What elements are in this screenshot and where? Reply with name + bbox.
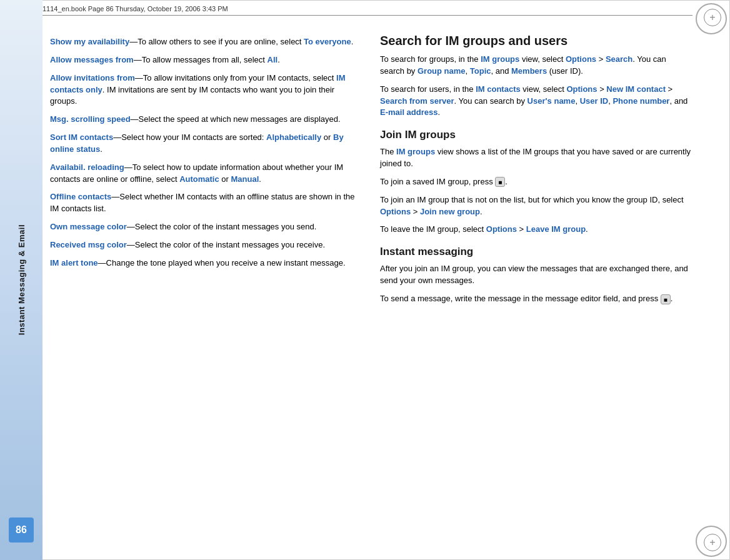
term-to-everyone: To everyone bbox=[304, 37, 351, 46]
term-search-from-server: Search from server bbox=[380, 96, 454, 106]
term-users-name: User's name bbox=[528, 96, 576, 106]
para-sort-im: Sort IM contacts—Select how your IM cont… bbox=[50, 132, 362, 156]
term-options-1: Options bbox=[566, 54, 596, 64]
para-own-message-color: Own message color—Select the color of th… bbox=[50, 221, 362, 233]
term-options-3: Options bbox=[380, 207, 411, 216]
joystick-btn-2: ■ bbox=[661, 294, 671, 304]
para-allow-messages: Allow messages from—To allow messages fr… bbox=[50, 54, 362, 66]
term-received-msg-color: Received msg color bbox=[50, 240, 127, 249]
term-search-1: Search bbox=[606, 54, 632, 64]
right-column: Search for IM groups and users To search… bbox=[380, 24, 692, 535]
main-content: Show my availability—To allow others to … bbox=[50, 24, 692, 535]
term-all: All bbox=[268, 55, 278, 64]
corner-mark-br bbox=[704, 534, 721, 551]
sidebar-label: Instant Messaging & Email bbox=[17, 224, 26, 335]
term-availabil-reloading: Availabil. reloading bbox=[50, 162, 124, 172]
para-offline-contacts: Offline contacts—Select whether IM conta… bbox=[50, 191, 362, 215]
left-column: Show my availability—To allow others to … bbox=[50, 24, 362, 535]
para-im-after-join: After you join an IM group, you can view… bbox=[380, 263, 692, 287]
term-offline-contacts: Offline contacts bbox=[50, 192, 111, 201]
para-show-availability: Show my availability—To allow others to … bbox=[50, 36, 362, 48]
term-leave-im-group: Leave IM group bbox=[526, 224, 586, 234]
para-allow-invitations: Allow invitations from—To allow invitati… bbox=[50, 72, 362, 108]
para-search-groups: To search for groups, in the IM groups v… bbox=[380, 54, 692, 78]
para-join-saved: To join a saved IM group, press ■. bbox=[380, 176, 692, 188]
para-join-not-on-list: To join an IM group that is not on the l… bbox=[380, 194, 692, 218]
para-received-msg-color: Received msg color—Select the color of t… bbox=[50, 239, 362, 251]
term-sort-im: Sort IM contacts bbox=[50, 132, 113, 142]
page-number-badge: 86 bbox=[9, 518, 34, 542]
term-msg-scrolling: Msg. scrolling speed bbox=[50, 114, 131, 124]
joystick-btn-1: ■ bbox=[495, 177, 505, 187]
para-msg-scrolling: Msg. scrolling speed—Select the speed at… bbox=[50, 114, 362, 126]
top-bar: R1114_en.book Page 86 Thursday, October … bbox=[38, 5, 692, 16]
book-info: R1114_en.book Page 86 Thursday, October … bbox=[38, 5, 228, 12]
term-options-4: Options bbox=[486, 224, 517, 234]
term-own-message-color: Own message color bbox=[50, 222, 127, 231]
instant-heading: Instant messaging bbox=[380, 246, 692, 258]
term-automatic: Automatic bbox=[179, 174, 219, 184]
para-search-users: To search for users, in the IM contacts … bbox=[380, 84, 692, 119]
term-group-name: Group name bbox=[418, 66, 466, 76]
para-leave-im-group: To leave the IM group, select Options > … bbox=[380, 224, 692, 236]
term-im-alert-tone: IM alert tone bbox=[50, 258, 98, 268]
term-im-contacts-1: IM contacts bbox=[476, 84, 521, 94]
term-join-new-group: Join new group bbox=[420, 207, 480, 216]
term-im-groups-2: IM groups bbox=[396, 147, 435, 156]
term-im-groups-1: IM groups bbox=[481, 54, 519, 64]
para-send-message: To send a message, write the message in … bbox=[380, 293, 692, 305]
search-heading: Search for IM groups and users bbox=[380, 32, 692, 49]
term-options-2: Options bbox=[566, 84, 597, 94]
term-allow-messages: Allow messages from bbox=[50, 55, 134, 64]
term-show-availability: Show my availability bbox=[50, 37, 129, 46]
term-new-im-contact: New IM contact bbox=[606, 84, 666, 94]
term-alphabetically: Alphabetically bbox=[266, 132, 321, 142]
term-topic: Topic bbox=[470, 66, 491, 76]
sidebar: Instant Messaging & Email bbox=[0, 0, 42, 560]
para-im-alert-tone: IM alert tone—Change the tone played whe… bbox=[50, 258, 362, 269]
term-manual: Manual bbox=[231, 174, 259, 184]
term-email-address: E-mail address bbox=[380, 108, 438, 117]
para-im-groups-list: The IM groups view shows a list of the I… bbox=[380, 146, 692, 170]
term-phone-number: Phone number bbox=[612, 96, 669, 106]
para-availabil-reloading: Availabil. reloading—To select how to up… bbox=[50, 162, 362, 186]
term-user-id: User ID bbox=[580, 96, 609, 106]
join-heading: Join IM groups bbox=[380, 129, 692, 141]
term-members: Members bbox=[511, 66, 547, 76]
term-allow-invitations: Allow invitations from bbox=[50, 73, 135, 82]
corner-mark-tr bbox=[704, 9, 721, 26]
